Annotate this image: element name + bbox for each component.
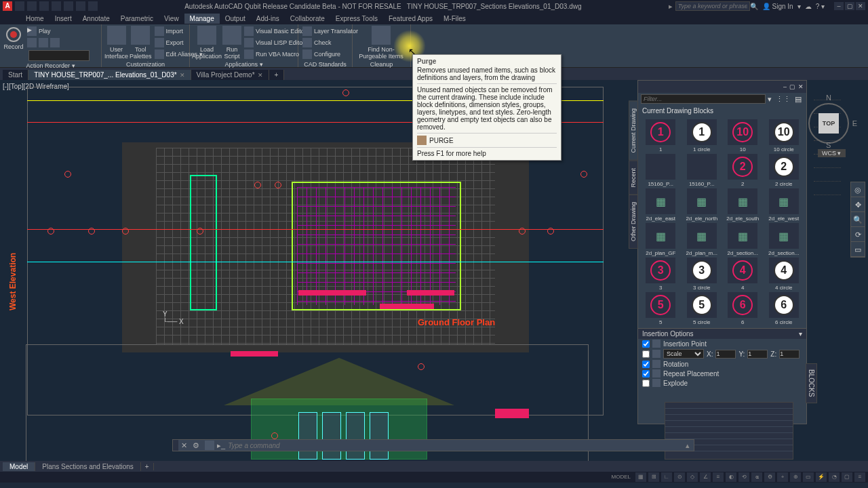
- layer-translator-button[interactable]: Layer Translator: [301, 26, 359, 37]
- lineweight-toggle-icon[interactable]: ≡: [713, 472, 724, 482]
- tab-annotate[interactable]: Annotate: [77, 14, 115, 24]
- block-thumbnail[interactable]: 33 circle: [682, 258, 722, 291]
- palette-vtab-other-drawing[interactable]: Other Drawing: [629, 195, 638, 249]
- nav-pan-icon[interactable]: ✥: [851, 197, 865, 212]
- tab-insert[interactable]: Insert: [50, 14, 77, 24]
- drawing-tab[interactable]: TINY HOUSE_TRP007_... Elevations_01_D03*…: [28, 70, 191, 80]
- filter-input[interactable]: [641, 94, 766, 104]
- qat-plot-icon[interactable]: [64, 1, 73, 11]
- panel-label[interactable]: Action Recorder ▾: [3, 61, 98, 69]
- nav-zoom-icon[interactable]: 🔍: [851, 212, 865, 227]
- drawing-tab[interactable]: Villa Project Demo*✕: [191, 70, 269, 80]
- configure-button[interactable]: Configure: [301, 49, 359, 60]
- filter-dropdown-icon[interactable]: ▾: [766, 95, 774, 104]
- customize-icon[interactable]: ≡: [854, 472, 865, 482]
- ortho-toggle-icon[interactable]: ∟: [661, 472, 672, 482]
- palette-vtab-current-drawing[interactable]: Current Drawing: [629, 101, 638, 161]
- viewcube-top[interactable]: TOP: [818, 113, 839, 134]
- units-icon[interactable]: ⊕: [790, 472, 801, 482]
- viewcube-east[interactable]: E: [852, 119, 857, 127]
- check-button[interactable]: Check: [301, 37, 359, 48]
- tool-palettes-button[interactable]: Tool Palettes: [130, 26, 152, 60]
- infocenter-arrow-icon[interactable]: ▸: [669, 2, 673, 11]
- tab-parametric[interactable]: Parametric: [115, 14, 159, 24]
- viewcube-south[interactable]: S: [826, 141, 831, 149]
- new-drawing-tab[interactable]: +: [269, 70, 285, 80]
- modelspace-toggle[interactable]: MODEL: [609, 472, 633, 482]
- rotation-checkbox[interactable]: [642, 361, 650, 368]
- block-thumbnail[interactable]: 1010 circle: [764, 119, 804, 152]
- drawing-tab[interactable]: Start: [3, 70, 28, 80]
- block-thumbnail[interactable]: 55: [641, 292, 681, 325]
- wcs-dropdown[interactable]: WCS ▾: [818, 149, 846, 157]
- scale-z-input[interactable]: [779, 350, 800, 359]
- block-thumbnail[interactable]: 15160_P...: [682, 154, 722, 187]
- block-thumbnail[interactable]: 66: [723, 292, 763, 325]
- block-thumbnail[interactable]: 55 circle: [682, 292, 722, 325]
- block-thumbnail[interactable]: ▦2d_ele_east: [641, 188, 681, 222]
- action-name-input[interactable]: [28, 50, 90, 61]
- block-thumbnail[interactable]: 11: [641, 119, 681, 152]
- action-toolbar-icon[interactable]: [26, 37, 90, 48]
- ucs-icon[interactable]: Y└── X: [163, 310, 184, 325]
- tab-close-icon[interactable]: ✕: [258, 72, 263, 79]
- block-thumbnail[interactable]: 44 circle: [764, 258, 804, 291]
- layout-tab-plans-sections-and-elevations[interactable]: Plans Sections and Elevations: [35, 462, 141, 471]
- block-thumbnail[interactable]: 33: [641, 258, 681, 291]
- palette-vtab-recent[interactable]: Recent: [629, 161, 638, 195]
- layout-tab-model[interactable]: Model: [3, 462, 35, 471]
- tab-featured-apps[interactable]: Featured Apps: [383, 14, 438, 24]
- tab-express-tools[interactable]: Express Tools: [330, 14, 383, 24]
- cmdline-expand-icon[interactable]: ▴: [682, 441, 694, 450]
- qat-redo-icon[interactable]: [88, 1, 98, 11]
- list-view-icon[interactable]: ⋮⋮: [774, 95, 793, 104]
- tab-m-files[interactable]: M-Files: [438, 14, 471, 24]
- tab-view[interactable]: View: [159, 14, 184, 24]
- panel-label[interactable]: Applications ▾: [193, 60, 295, 68]
- qat-open-icon[interactable]: [27, 1, 37, 11]
- cmdline-grip[interactable]: [173, 440, 178, 451]
- cmdline-options-icon[interactable]: ⚙: [190, 441, 202, 450]
- scale-select[interactable]: Scale: [663, 349, 704, 359]
- block-thumbnail[interactable]: 1010: [723, 119, 763, 152]
- qat-undo-icon[interactable]: [76, 1, 85, 11]
- record-button[interactable]: Record: [3, 26, 24, 50]
- app-exchange-icon[interactable]: ▾: [797, 3, 801, 10]
- tab-home[interactable]: Home: [20, 14, 50, 24]
- otrack-toggle-icon[interactable]: ∠: [700, 472, 711, 482]
- help-icon[interactable]: ? ▾: [816, 3, 825, 10]
- tab-close-icon[interactable]: ✕: [180, 72, 185, 79]
- play-button[interactable]: ▶Play: [26, 26, 90, 37]
- cycling-toggle-icon[interactable]: ⟲: [738, 472, 749, 482]
- tab-add-ins[interactable]: Add-ins: [251, 14, 285, 24]
- search-icon[interactable]: 🔍: [750, 3, 758, 10]
- command-line[interactable]: ✕ ⚙ ▸_ ▴: [172, 439, 694, 451]
- block-thumbnail[interactable]: 44: [723, 258, 763, 291]
- new-layout-button[interactable]: +: [141, 463, 154, 470]
- block-thumbnail[interactable]: ▦2d_section...: [764, 223, 804, 256]
- qat-saveas-icon[interactable]: [52, 1, 61, 11]
- quickprops-icon[interactable]: ▭: [803, 472, 814, 482]
- scale-checkbox[interactable]: [642, 350, 650, 358]
- run-script-button[interactable]: Run Script: [222, 26, 241, 60]
- block-thumbnail[interactable]: 11 circle: [682, 119, 722, 152]
- transparency-toggle-icon[interactable]: ◐: [726, 472, 736, 482]
- find-button[interactable]: Find Non-Purgeable Items: [355, 26, 407, 60]
- nav-showmotion-icon[interactable]: ▭: [851, 242, 865, 257]
- search-input[interactable]: [675, 1, 750, 11]
- nav-wheel-icon[interactable]: ◎: [851, 182, 865, 197]
- viewcube[interactable]: TOP N E S WCS ▾: [802, 96, 856, 171]
- cmdline-close-icon[interactable]: ✕: [178, 441, 190, 450]
- insertion-point-checkbox[interactable]: [642, 340, 650, 348]
- polar-toggle-icon[interactable]: ⊙: [674, 472, 685, 482]
- snap-toggle-icon[interactable]: ⊞: [648, 472, 659, 482]
- tab-output[interactable]: Output: [220, 14, 251, 24]
- palette-close-icon[interactable]: ✕: [798, 83, 804, 90]
- explode-checkbox[interactable]: [642, 380, 650, 387]
- viewcube-north[interactable]: N: [826, 94, 831, 102]
- block-thumbnail[interactable]: 22: [723, 154, 763, 187]
- annotation-monitor-icon[interactable]: +: [777, 472, 788, 482]
- command-input[interactable]: [228, 442, 682, 449]
- osnap-toggle-icon[interactable]: ◇: [687, 472, 698, 482]
- qat-new-icon[interactable]: [15, 1, 24, 11]
